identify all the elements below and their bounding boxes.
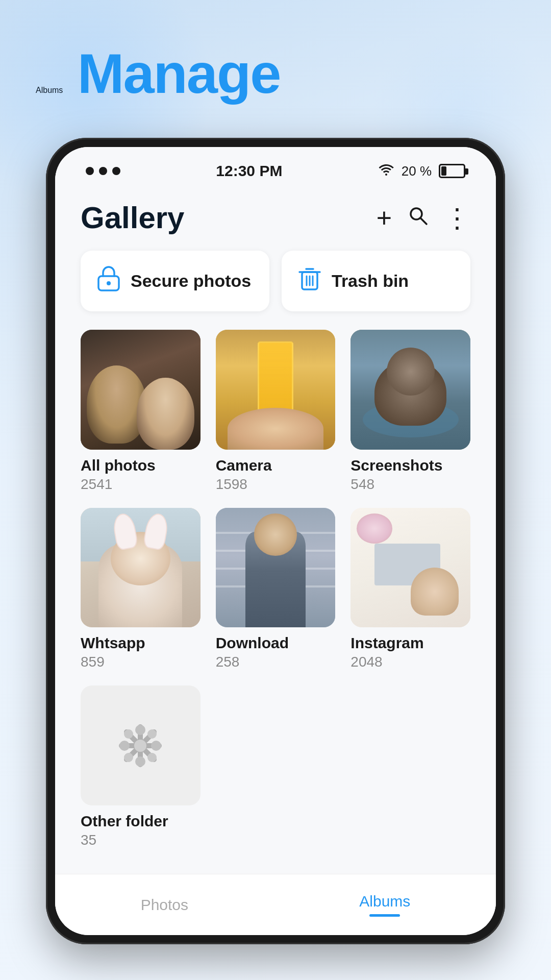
album-thumb-instagram — [350, 508, 470, 628]
secure-photos-label: Secure photos — [131, 271, 251, 291]
search-button[interactable] — [407, 205, 429, 231]
quick-actions: Secure photos Trash bin — [81, 251, 470, 311]
trash-bin-label: Trash bin — [332, 271, 409, 291]
header-icons: + ⋮ — [377, 203, 470, 233]
album-thumb-download — [216, 508, 336, 628]
svg-point-14 — [135, 756, 145, 767]
album-all-photos[interactable]: All photos 2541 — [81, 330, 201, 493]
nav-albums-label: Albums — [359, 893, 410, 910]
album-count-camera: 1598 — [216, 476, 336, 493]
svg-point-20 — [147, 753, 157, 762]
status-bar: 12:30 PM 20 % — [55, 147, 496, 185]
header-row: Gallery + ⋮ — [81, 190, 470, 251]
album-thumb-camera — [216, 330, 336, 450]
secure-photos-button[interactable]: Secure photos — [81, 251, 269, 311]
wifi-icon — [378, 163, 394, 180]
album-name-screenshots: Screenshots — [350, 457, 470, 474]
nav-albums[interactable]: Albums — [329, 888, 441, 922]
album-name-whtsapp: Whtsapp — [81, 634, 201, 652]
album-count-whtsapp: 859 — [81, 654, 201, 670]
status-right: 20 % — [378, 163, 465, 180]
dot3 — [112, 167, 120, 175]
lock-icon — [97, 265, 120, 297]
title-manage: Manage — [78, 42, 281, 105]
svg-point-18 — [147, 729, 157, 739]
title-albums: Albums — [36, 86, 63, 94]
album-name-other-folder: Other folder — [81, 813, 201, 830]
battery-text: 20 % — [402, 163, 432, 179]
add-button[interactable]: + — [377, 203, 392, 233]
nav-photos[interactable]: Photos — [110, 891, 219, 919]
album-count-instagram: 2048 — [350, 654, 470, 670]
nav-active-indicator — [369, 914, 400, 917]
svg-point-16 — [151, 741, 161, 751]
album-camera[interactable]: Camera 1598 — [216, 330, 336, 493]
album-count-screenshots: 548 — [350, 476, 470, 493]
album-thumb-whtsapp — [81, 508, 201, 628]
svg-point-21 — [134, 740, 146, 752]
svg-point-15 — [119, 741, 130, 751]
album-download[interactable]: Download 258 — [216, 508, 336, 671]
album-whtsapp[interactable]: Whtsapp 859 — [81, 508, 201, 671]
album-name-all-photos: All photos — [81, 457, 201, 474]
album-count-all-photos: 2541 — [81, 476, 201, 493]
album-thumb-all-photos — [81, 330, 201, 450]
page-heading: Albums Manage — [36, 41, 280, 106]
album-name-camera: Camera — [216, 457, 336, 474]
album-name-download: Download — [216, 634, 336, 652]
svg-point-19 — [124, 753, 133, 762]
album-thumb-other-folder — [81, 685, 201, 805]
status-dots — [86, 167, 120, 175]
album-instagram[interactable]: Instagram 2048 — [350, 508, 470, 671]
trash-bin-button[interactable]: Trash bin — [282, 251, 470, 311]
bottom-nav: Photos Albums — [55, 874, 496, 935]
battery-icon — [439, 164, 465, 178]
dot2 — [99, 167, 107, 175]
svg-line-1 — [420, 218, 427, 224]
trash-icon — [298, 265, 321, 297]
album-name-instagram: Instagram — [350, 634, 470, 652]
app-content: Gallery + ⋮ — [55, 185, 496, 927]
album-thumb-screenshots — [350, 330, 470, 450]
album-count-other-folder: 35 — [81, 832, 201, 848]
phone-frame: 12:30 PM 20 % Gall — [46, 138, 505, 944]
svg-point-3 — [107, 281, 111, 285]
album-screenshots[interactable]: Screenshots 548 — [350, 330, 470, 493]
svg-point-13 — [135, 725, 145, 735]
album-count-download: 258 — [216, 654, 336, 670]
app-title: Gallery — [81, 200, 184, 235]
album-other-folder[interactable]: Other folder 35 — [81, 685, 201, 848]
albums-grid: All photos 2541 Camera — [81, 330, 470, 848]
status-time: 12:30 PM — [216, 162, 282, 180]
more-button[interactable]: ⋮ — [444, 205, 470, 231]
dot1 — [86, 167, 94, 175]
phone-screen: 12:30 PM 20 % Gall — [55, 147, 496, 935]
nav-photos-label: Photos — [141, 896, 188, 914]
svg-point-17 — [124, 729, 133, 739]
